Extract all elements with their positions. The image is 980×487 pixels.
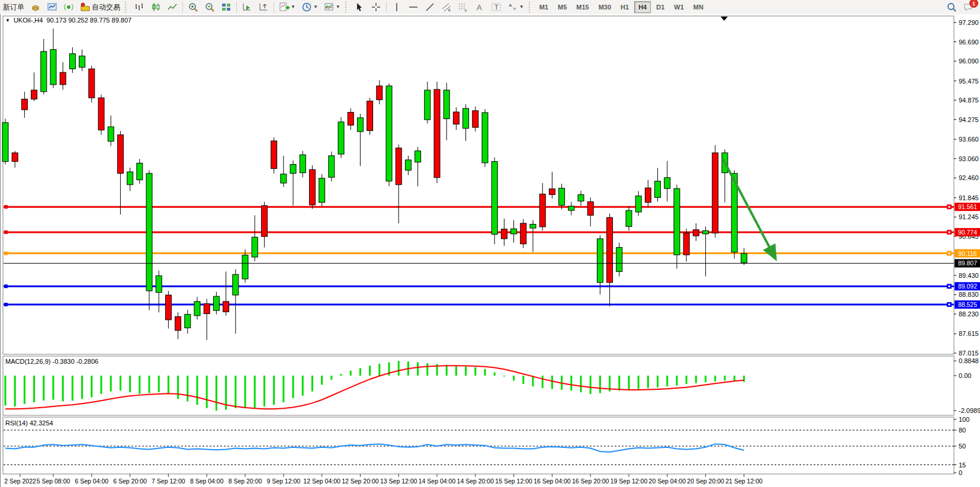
candlestick-chart-button[interactable] (148, 1, 163, 14)
macd-axis-label: 0.00 (959, 372, 971, 379)
channel-button[interactable]: E (439, 1, 454, 14)
gold-stack-icon[interactable] (28, 1, 43, 14)
candle (463, 108, 469, 129)
toolbar-separator (345, 2, 349, 12)
candle (645, 188, 651, 202)
candle (348, 113, 354, 126)
candle (98, 98, 104, 130)
candle (233, 274, 239, 295)
crosshair-button[interactable] (368, 1, 384, 14)
candle (482, 113, 488, 163)
timeframe-H4[interactable]: H4 (634, 1, 651, 13)
candle (50, 50, 56, 85)
candle (31, 90, 37, 99)
timeframe-M5[interactable]: M5 (554, 1, 571, 13)
periods-button[interactable]: ▼ (299, 1, 320, 14)
bar-chart-button[interactable] (131, 1, 147, 14)
candle (300, 155, 306, 172)
candle (578, 195, 584, 201)
time-axis-label: 12 Sep 20:00 (342, 478, 379, 485)
tile-windows-button[interactable] (219, 1, 234, 14)
search-button[interactable] (944, 1, 959, 14)
chart-shift-button[interactable] (256, 1, 271, 14)
toolbar: 新订单 自动交易 ▼ ▼ (0, 0, 980, 15)
text-button[interactable]: A (472, 1, 487, 14)
timeframe-MN[interactable]: MN (689, 1, 708, 13)
macd-histogram-bar (187, 376, 188, 402)
candle (712, 153, 718, 233)
rsi-axis-label: 0 (959, 469, 962, 476)
auto-trading-toggle[interactable]: 自动交易 (78, 1, 123, 14)
time-axis-label: 20 Sep 20:00 (687, 478, 724, 485)
macd-histogram-bar (513, 376, 515, 380)
price-tick-label: 97.290 (959, 19, 979, 26)
macd-histogram-bar (676, 376, 678, 386)
zoom-in-button[interactable] (185, 1, 201, 14)
candle (338, 122, 344, 154)
price-tick-label: 89.430 (959, 272, 979, 279)
macd-histogram-bar (158, 376, 160, 392)
macd-histogram-bar (33, 376, 35, 402)
timeframe-H1[interactable]: H1 (616, 1, 633, 13)
candle (329, 156, 335, 177)
shapes-button[interactable]: ▼ (505, 1, 526, 14)
candle (473, 111, 478, 127)
new-order-button[interactable]: 新订单 (1, 1, 27, 14)
time-axis-label: 8 Sep 20:00 (229, 478, 262, 485)
toolbar-separator (386, 2, 387, 12)
terminal-icon[interactable] (44, 1, 60, 14)
macd-histogram-bar (216, 376, 217, 411)
notifications-button[interactable]: 1 (960, 1, 976, 14)
candle (204, 304, 210, 314)
auto-scroll-button[interactable] (239, 1, 255, 14)
candle (405, 160, 411, 170)
macd-histogram-bar (197, 376, 198, 405)
trendline-button[interactable] (422, 1, 438, 14)
candle (165, 295, 171, 320)
timeframe-M30[interactable]: M30 (595, 1, 615, 13)
candle (559, 188, 565, 206)
time-axis-label: 2 Sep 2022 (4, 478, 36, 485)
candle (530, 225, 536, 229)
candle (683, 233, 689, 255)
macd-histogram-bar (321, 376, 323, 385)
indicators-button[interactable]: ▼ (277, 1, 298, 14)
chevron-down-icon: ▼ (313, 5, 318, 9)
macd-histogram-bar (149, 376, 150, 393)
chevron-down-icon: ▼ (291, 5, 295, 9)
macd-histogram-bar (647, 376, 649, 388)
candle (607, 217, 613, 283)
svg-text:E: E (448, 8, 451, 12)
fibonacci-button[interactable]: F (455, 1, 471, 14)
candle (194, 302, 200, 316)
candle (693, 230, 699, 236)
macd-histogram-bar (139, 376, 140, 394)
candle (60, 72, 66, 85)
templates-button[interactable]: ▼ (322, 1, 343, 14)
macd-axis-label: 0.8848 (959, 357, 979, 364)
time-axis-label: 6 Sep 04:00 (75, 478, 108, 485)
horizontal-line-button[interactable] (406, 1, 421, 14)
timeframe-D1[interactable]: D1 (652, 1, 669, 13)
price-tick-label: 87.615 (959, 330, 979, 337)
macd-histogram-bar (570, 376, 572, 390)
cursor-button[interactable] (352, 1, 367, 14)
zoom-out-button[interactable] (202, 1, 217, 14)
text-label-button[interactable]: T (489, 1, 504, 14)
vertical-line-button[interactable] (389, 1, 404, 14)
timeframe-M1[interactable]: M1 (535, 1, 552, 13)
time-axis-label: 14 Sep 04:00 (419, 478, 456, 485)
timeframe-W1[interactable]: W1 (670, 1, 688, 13)
chart-canvas[interactable]: 97.29096.69096.09095.47594.87594.27593.6… (1, 14, 980, 487)
line-chart-button[interactable] (165, 1, 180, 14)
signal-icon[interactable] (61, 1, 76, 14)
toolbar-separator (274, 2, 274, 12)
rsi-axis-label: 50 (959, 443, 966, 450)
rsi-indicator-label: RSI(14) 42.3254 (5, 419, 53, 427)
candle (89, 69, 95, 98)
macd-histogram-bar (177, 376, 179, 399)
macd-histogram-bar (426, 363, 428, 376)
timeframe-M15[interactable]: M15 (572, 1, 593, 13)
candle (41, 52, 47, 92)
chart-dropdown-icon[interactable]: ▼ (5, 18, 10, 23)
